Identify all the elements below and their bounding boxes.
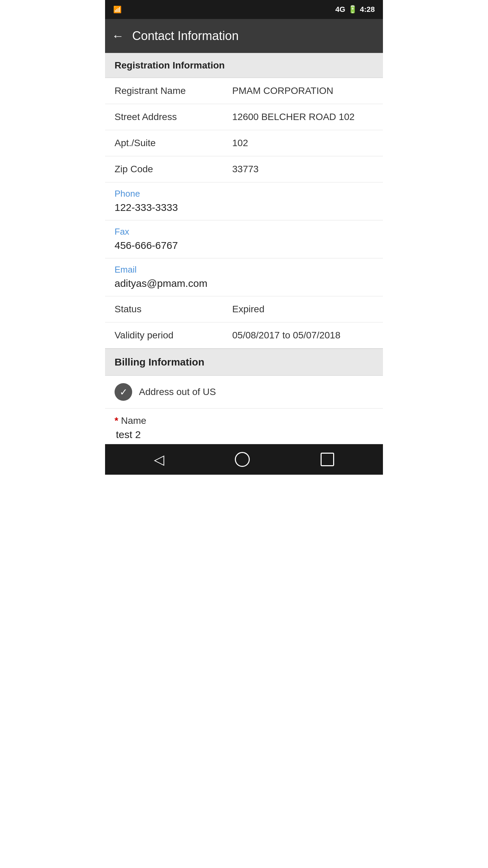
- validity-label: Validity period: [115, 330, 232, 341]
- name-field-value: test 2: [115, 429, 373, 440]
- checkbox-icon[interactable]: ✓: [115, 383, 132, 401]
- status-bar-left: 📶: [113, 5, 122, 14]
- fax-block: Fax 456-666-6767: [105, 220, 383, 258]
- name-label-row: * Name: [115, 415, 373, 426]
- status-bar: 📶 4G 🔋 4:28: [105, 0, 383, 19]
- validity-value: 05/08/2017 to 05/07/2018: [232, 330, 373, 341]
- name-block: * Name test 2: [105, 409, 383, 444]
- apt-suite-label: Apt./Suite: [115, 138, 232, 149]
- validity-row: Validity period 05/08/2017 to 05/07/2018: [105, 322, 383, 349]
- phone-label: Phone: [115, 189, 373, 199]
- phone-value: 122-333-3333: [115, 202, 373, 213]
- email-label: Email: [115, 264, 373, 275]
- street-address-label: Street Address: [115, 112, 232, 122]
- page-title: Contact Information: [132, 29, 239, 43]
- registration-section-header: Registration Information: [105, 53, 383, 78]
- address-out-of-us-label: Address out of US: [139, 387, 216, 397]
- address-out-of-us-row[interactable]: ✓ Address out of US: [105, 376, 383, 409]
- battery-icon: 🔋: [348, 5, 357, 14]
- required-star: *: [115, 415, 118, 426]
- zip-code-label: Zip Code: [115, 164, 232, 175]
- fax-value: 456-666-6767: [115, 240, 373, 251]
- nav-back-button[interactable]: ◁: [154, 452, 164, 467]
- status-value: Expired: [232, 304, 373, 315]
- nav-recent-button[interactable]: [321, 453, 334, 466]
- status-bar-right: 4G 🔋 4:28: [336, 5, 375, 14]
- fax-label: Fax: [115, 226, 373, 237]
- nav-home-button[interactable]: [235, 452, 250, 467]
- registrant-name-value: PMAM CORPORATION: [232, 85, 373, 96]
- status-row: Status Expired: [105, 296, 383, 322]
- status-label: Status: [115, 304, 232, 315]
- street-address-value: 12600 BELCHER ROAD 102: [232, 112, 373, 122]
- checkmark-icon: ✓: [120, 387, 127, 398]
- registrant-name-label: Registrant Name: [115, 85, 232, 96]
- notification-icon: 📶: [113, 5, 122, 14]
- apt-suite-value: 102: [232, 138, 373, 149]
- street-address-row: Street Address 12600 BELCHER ROAD 102: [105, 104, 383, 130]
- name-field-label: Name: [121, 415, 146, 426]
- app-bar: ← Contact Information: [105, 19, 383, 53]
- email-block: Email adityas@pmam.com: [105, 258, 383, 296]
- zip-code-row: Zip Code 33773: [105, 156, 383, 182]
- apt-suite-row: Apt./Suite 102: [105, 130, 383, 156]
- time-label: 4:28: [360, 5, 375, 14]
- nav-bar: ◁: [105, 444, 383, 475]
- back-button[interactable]: ←: [112, 29, 124, 43]
- billing-section-header: Billing Information: [105, 349, 383, 376]
- zip-code-value: 33773: [232, 164, 373, 175]
- phone-block: Phone 122-333-3333: [105, 182, 383, 220]
- signal-label: 4G: [336, 5, 345, 14]
- registrant-name-row: Registrant Name PMAM CORPORATION: [105, 78, 383, 104]
- email-value: adityas@pmam.com: [115, 278, 373, 289]
